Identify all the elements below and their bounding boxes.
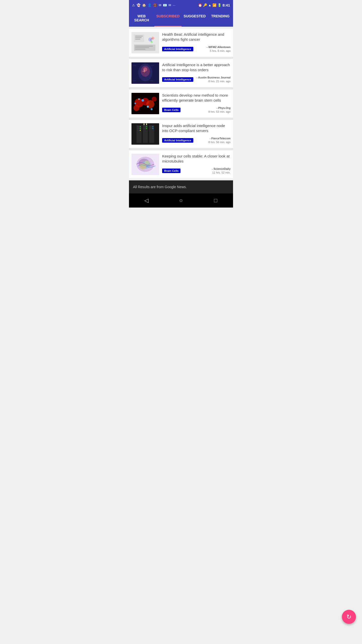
bottom-nav: ◁ ○ □ bbox=[129, 193, 233, 208]
news-title-1: Health Beat: Artificial intelligence and… bbox=[162, 32, 231, 42]
snapchat-icon: 👻 bbox=[137, 3, 141, 7]
svg-point-30 bbox=[142, 99, 144, 102]
svg-point-46 bbox=[146, 126, 147, 127]
news-meta-3: Brain Cells - Phys.Org 8 hrs. 53 min. ag… bbox=[162, 106, 231, 114]
home-button[interactable]: ○ bbox=[176, 195, 186, 206]
news-thumbnail-5 bbox=[131, 154, 159, 175]
outlook-icon: ✉ bbox=[159, 3, 161, 7]
news-title-4: Inspur adds artificial intelligence node… bbox=[162, 123, 231, 134]
svg-rect-12 bbox=[135, 47, 149, 48]
svg-point-62 bbox=[145, 160, 150, 165]
user-icon: 👤 bbox=[148, 3, 152, 7]
signal-icon: 📶 bbox=[212, 3, 216, 7]
svg-point-44 bbox=[140, 130, 141, 131]
svg-text:0011: 0011 bbox=[150, 80, 154, 82]
category-badge-2[interactable]: Artificial Intelligence bbox=[162, 77, 193, 82]
svg-point-32 bbox=[138, 98, 140, 100]
svg-rect-19 bbox=[143, 71, 146, 71]
news-thumbnail-2: 0101 1010 1100 0011 bbox=[131, 62, 159, 84]
category-badge-5[interactable]: Brain Cells bbox=[162, 169, 180, 173]
news-thumbnail-3 bbox=[131, 93, 159, 114]
news-source-time-1: - WFMZ Allentown 5 hrs. 6 min. ago bbox=[207, 45, 231, 53]
news-thumbnail-1 bbox=[131, 32, 159, 53]
news-source-time-5: - ScienceDaily 11 hrs. 52 min. bbox=[212, 167, 231, 175]
svg-point-42 bbox=[140, 128, 141, 129]
svg-point-31 bbox=[147, 106, 149, 108]
home-icon: 🏠 bbox=[142, 3, 146, 7]
tab-web-search[interactable]: WEB SEARCH bbox=[129, 10, 154, 26]
mail-icon: ✉ bbox=[168, 3, 171, 7]
dots-icon: ··· bbox=[173, 3, 175, 7]
svg-rect-4 bbox=[135, 39, 140, 39]
wifi-icon: ▲ bbox=[208, 3, 211, 7]
news-content-5: Keeping our cells stable: A closer look … bbox=[162, 154, 231, 175]
news-meta-5: Brain Cells - ScienceDaily 11 hrs. 52 mi… bbox=[162, 167, 231, 175]
status-right-icons: ⏰ 🔑 ▲ 📶 🔋 8:41 bbox=[198, 3, 230, 7]
footer-note: All Results are from Google News. bbox=[129, 180, 233, 193]
news-meta-1: Artificial Intelligence - WFMZ Allentown… bbox=[162, 45, 231, 53]
news-content-2: Artificial Intelligence is a better appr… bbox=[162, 62, 231, 83]
svg-rect-38 bbox=[149, 125, 154, 143]
svg-point-50 bbox=[152, 126, 153, 127]
svg-rect-11 bbox=[135, 46, 153, 47]
tab-subscribed[interactable]: SUBSCRIBED bbox=[154, 10, 182, 26]
news-time-3: 8 hrs. 53 min. ago bbox=[208, 110, 231, 114]
status-left-icons: ⚠ 👻 🏠 👤 📵 ✉ 📧 ✉ ··· bbox=[132, 3, 175, 7]
nav-tabs: WEB SEARCH SUBSCRIBED SUGGESTED TRENDING bbox=[129, 10, 233, 27]
news-source-time-3: - Phys.Org 8 hrs. 53 min. ago bbox=[208, 106, 231, 114]
svg-text:0101: 0101 bbox=[133, 65, 136, 66]
news-source-time-4: - FierceTelecom 8 hrs. 56 min. ago bbox=[208, 137, 231, 144]
news-meta-4: Artificial Intelligence - FierceTelecom … bbox=[162, 137, 231, 144]
battery-icon: 🔋 bbox=[217, 3, 221, 7]
news-source-1: - WFMZ Allentown bbox=[207, 45, 231, 49]
news-card-4[interactable]: Inspur adds artificial intelligence node… bbox=[129, 119, 233, 148]
svg-text:1100: 1100 bbox=[133, 80, 136, 82]
svg-point-34 bbox=[134, 103, 136, 104]
svg-text:1010: 1010 bbox=[150, 65, 154, 66]
svg-rect-37 bbox=[143, 125, 148, 143]
svg-rect-13 bbox=[135, 49, 145, 50]
category-badge-4[interactable]: Artificial Intelligence bbox=[162, 138, 193, 143]
email-icon: 📧 bbox=[163, 3, 167, 7]
svg-point-56 bbox=[146, 124, 147, 125]
news-source-5: - ScienceDaily bbox=[212, 167, 231, 171]
svg-rect-1 bbox=[134, 34, 144, 42]
news-source-time-2: - Austin Business Journal 8 hrs. 21 min.… bbox=[197, 76, 231, 84]
news-card-2[interactable]: 0101 1010 1100 0011 Artificial Intellige… bbox=[129, 59, 233, 88]
svg-point-28 bbox=[133, 105, 140, 111]
svg-point-40 bbox=[140, 126, 141, 127]
tab-trending[interactable]: TRENDING bbox=[208, 10, 233, 26]
status-bar: ⚠ 👻 🏠 👤 📵 ✉ 📧 ✉ ··· ⏰ 🔑 ▲ 📶 🔋 8:41 bbox=[129, 0, 233, 10]
svg-rect-2 bbox=[135, 36, 143, 36]
news-thumbnail-4 bbox=[131, 123, 159, 145]
news-meta-2: Artificial Intelligence - Austin Busines… bbox=[162, 76, 231, 84]
news-title-3: Scientists develop new method to more ef… bbox=[162, 93, 231, 103]
news-source-2: - Austin Business Journal bbox=[197, 76, 231, 79]
news-card-1[interactable]: Health Beat: Artificial intelligence and… bbox=[129, 28, 233, 57]
svg-point-52 bbox=[152, 128, 153, 129]
news-content-3: Scientists develop new method to more ef… bbox=[162, 93, 231, 114]
news-card-3[interactable]: Scientists develop new method to more ef… bbox=[129, 89, 233, 118]
phone-icon: 📵 bbox=[153, 3, 157, 7]
tab-suggested[interactable]: SUGGESTED bbox=[182, 10, 208, 26]
warning-icon: ⚠ bbox=[132, 3, 135, 7]
news-title-5: Keeping our cells stable: A closer look … bbox=[162, 154, 231, 164]
svg-point-48 bbox=[146, 128, 147, 129]
svg-rect-36 bbox=[137, 125, 142, 143]
footer-text: All Results are from Google News. bbox=[133, 185, 187, 189]
back-button[interactable]: ◁ bbox=[141, 195, 151, 206]
news-content-1: Health Beat: Artificial intelligence and… bbox=[162, 32, 231, 53]
category-badge-1[interactable]: Artificial Intelligence bbox=[162, 47, 193, 51]
svg-point-29 bbox=[152, 97, 157, 102]
news-time-1: 5 hrs. 6 min. ago bbox=[207, 49, 231, 53]
news-feed: Health Beat: Artificial intelligence and… bbox=[129, 28, 233, 179]
news-time-2: 8 hrs. 21 min. ago bbox=[197, 79, 231, 83]
key-icon: 🔑 bbox=[203, 3, 207, 7]
category-badge-3[interactable]: Brain Cells bbox=[162, 108, 180, 112]
news-title-2: Artificial Intelligence is a better appr… bbox=[162, 62, 231, 73]
status-time: 8:41 bbox=[222, 3, 230, 7]
recent-apps-button[interactable]: □ bbox=[211, 195, 221, 206]
svg-point-33 bbox=[151, 108, 153, 110]
news-source-3: - Phys.Org bbox=[208, 106, 231, 110]
news-card-5[interactable]: Keeping our cells stable: A closer look … bbox=[129, 150, 233, 179]
